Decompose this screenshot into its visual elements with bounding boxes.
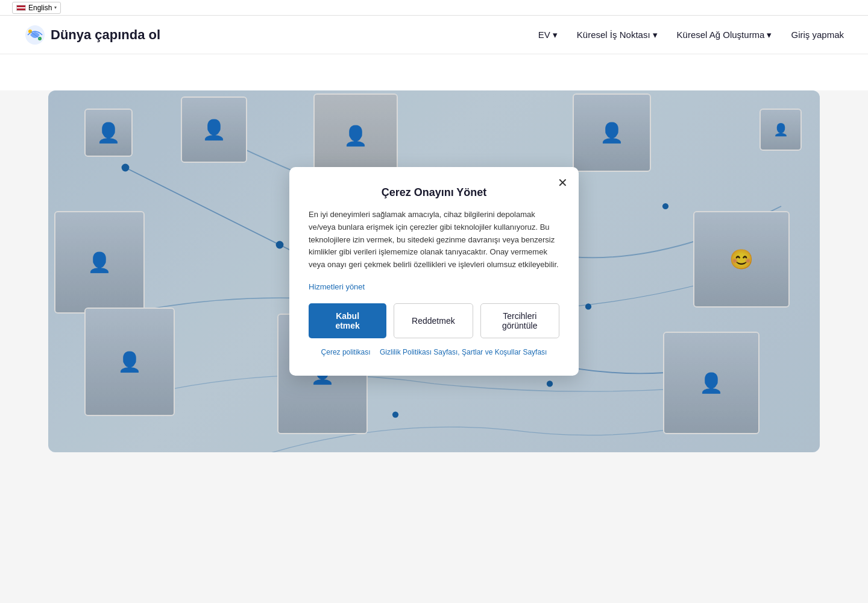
modal-close-button[interactable]: ✕ — [558, 177, 568, 189]
modal-footer-links: Çerez politikası Gizlilik Politikası Say… — [309, 348, 559, 356]
privacy-policy-link[interactable]: Gizlilik Politikası Sayfası, Şartlar ve … — [380, 348, 547, 356]
language-selector[interactable]: English ▾ — [12, 2, 61, 14]
language-label: English — [28, 4, 52, 12]
reject-button[interactable]: Reddetmek — [394, 303, 473, 338]
nav-global-business[interactable]: Küresel İş Noktası ▾ — [577, 30, 658, 40]
modal-action-buttons: Kabul etmek Reddetmek Tercihleri görüntü… — [309, 303, 559, 338]
top-bar: English ▾ — [0, 0, 868, 16]
accept-button[interactable]: Kabul etmek — [309, 303, 386, 338]
manage-services-link[interactable]: Hizmetleri yönet — [309, 282, 365, 291]
main-nav: EV ▾ Küresel İş Noktası ▾ Küresel Ağ Olu… — [538, 30, 844, 40]
modal-body: En iyi deneyimleri sağlamak amacıyla, ci… — [309, 209, 559, 271]
nav-global-network[interactable]: Küresel Ağ Oluşturma ▾ — [677, 30, 772, 40]
header: Dünya çapında ol EV ▾ Küresel İş Noktası… — [0, 16, 868, 54]
cookie-consent-modal: ✕ Çerez Onayını Yönet En iyi deneyimleri… — [289, 167, 579, 376]
nav-login[interactable]: Giriş yapmak — [791, 30, 844, 40]
logo-title: Dünya çapında ol — [51, 27, 160, 43]
logo-icon — [24, 24, 46, 46]
header-separator — [0, 54, 868, 90]
business-chevron-icon: ▾ — [653, 30, 658, 40]
modal-title: Çerez Onayını Yönet — [309, 186, 559, 199]
ev-chevron-icon: ▾ — [553, 30, 558, 40]
modal-overlay: ✕ Çerez Onayını Yönet En iyi deneyimleri… — [48, 90, 820, 452]
network-chevron-icon: ▾ — [767, 30, 772, 40]
preferences-button[interactable]: Tercihleri görüntüle — [480, 303, 560, 338]
cookie-policy-link[interactable]: Çerez politikası — [321, 348, 371, 356]
logo-area[interactable]: Dünya çapında ol — [24, 24, 160, 46]
chevron-down-icon: ▾ — [54, 5, 57, 10]
nav-ev[interactable]: EV ▾ — [538, 30, 558, 40]
flag-icon — [16, 5, 26, 11]
hero-section: 👤 👤 👤 👤 👤 👤 😊 👤 👤 👤 ✕ Çerez Onayını Yöne… — [48, 90, 820, 452]
